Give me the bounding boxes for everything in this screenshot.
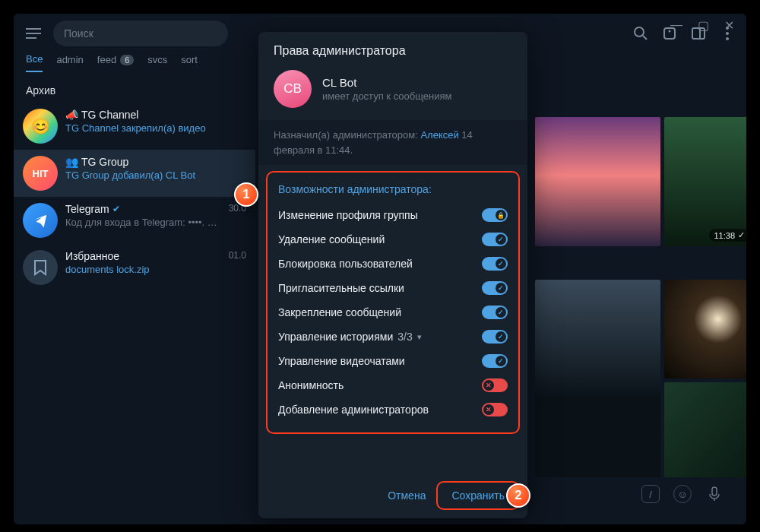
avatar <box>23 203 58 238</box>
toggle[interactable]: ✓ <box>482 281 508 295</box>
avatar: 😊 <box>23 109 58 144</box>
media-thumb[interactable]: 11:38✓ <box>664 117 746 246</box>
svg-point-0 <box>635 27 644 36</box>
media-thumb[interactable] <box>535 117 660 246</box>
svg-point-6 <box>726 37 729 40</box>
perm-manage-stories[interactable]: Управление историями 3/3 ▾ ✓ <box>275 325 511 349</box>
cancel-button[interactable]: Отмена <box>377 483 436 508</box>
window-controls: — ▢ ✕ <box>658 14 746 37</box>
chat-title: 📣 TG Channel <box>65 109 246 121</box>
emoji-icon[interactable]: ☺ <box>673 485 692 503</box>
chat-subtitle: TG Group добавил(а) CL Bot <box>65 169 246 181</box>
toggle[interactable]: ✓ <box>482 306 508 319</box>
chat-title: Избранное <box>65 250 221 262</box>
profile-avatar: CB <box>274 70 312 108</box>
maximize-button[interactable]: ▢ <box>698 18 709 33</box>
chat-title: Telegram ✔ <box>65 203 221 215</box>
annotation-callout-2: 2 <box>506 483 530 508</box>
chat-list: 😊 📣 TG Channel TG Channel закрепил(а) ви… <box>14 103 255 291</box>
chat-title: 👥 TG Group <box>65 156 246 168</box>
toggle[interactable]: ✓ <box>482 354 508 368</box>
chat-time: 01.0 <box>229 250 246 261</box>
chat-subtitle: TG Channel закрепил(а) видео <box>65 122 246 134</box>
tab-sort[interactable]: sort <box>181 54 198 71</box>
toggle[interactable]: ✓ <box>482 330 508 344</box>
app-window: — ▢ ✕ Поиск Все admin feed6 svcs sort Ар… <box>14 14 746 524</box>
chat-item[interactable]: Telegram ✔ Код для входа в Telegram: •••… <box>14 197 255 244</box>
tab-admin[interactable]: admin <box>56 54 83 71</box>
appointed-by-link[interactable]: Алексей <box>420 129 458 141</box>
perm-add-admins[interactable]: Добавление администраторов ✕ <box>275 397 511 422</box>
media-thumb[interactable] <box>664 382 746 477</box>
save-button[interactable]: Сохранить <box>441 483 515 508</box>
perm-ban-users[interactable]: Блокировка пользователей ✓ <box>275 252 511 276</box>
message-input-bar: / ☺ <box>535 479 730 509</box>
chat-item[interactable]: HIT 👥 TG Group TG Group добавил(а) CL Bo… <box>14 150 255 197</box>
perm-manage-videochats[interactable]: Управление видеочатами ✓ <box>275 349 511 373</box>
search-placeholder: Поиск <box>64 27 93 40</box>
chevron-down-icon: ▾ <box>417 332 422 342</box>
toggle[interactable]: ✕ <box>482 403 508 416</box>
search-icon[interactable] <box>631 24 651 43</box>
toggle[interactable]: ✓ <box>482 233 508 246</box>
modal-profile: CB CL Bot имеет доступ к сообщениям <box>258 67 527 120</box>
command-icon[interactable]: / <box>641 485 660 503</box>
perm-invite-links[interactable]: Пригласительные ссылки ✓ <box>275 276 511 300</box>
profile-name: CL Bot <box>322 76 451 89</box>
appointed-by-text: Назначил(а) администратором: Алексей 14 … <box>258 120 527 165</box>
hamburger-menu-icon[interactable] <box>23 23 44 44</box>
chat-item[interactable]: Избранное documents lock.zip 01.0 <box>14 244 255 291</box>
avatar: HIT <box>23 156 58 191</box>
profile-status: имеет доступ к сообщениям <box>322 90 451 102</box>
modal-actions: Отмена Сохранить <box>258 476 527 518</box>
tab-all[interactable]: Все <box>26 53 43 72</box>
chat-subtitle: Код для входа в Telegram: ••••. Не д <box>65 217 221 228</box>
verified-icon: ✔ <box>112 204 120 214</box>
media-time-badge: 11:38✓ <box>709 229 746 242</box>
chat-subtitle: documents lock.zip <box>65 264 221 275</box>
search-input[interactable]: Поиск <box>53 21 228 46</box>
permissions-header: Возможности администратора: <box>275 182 511 203</box>
modal-title: Права администратора <box>258 32 527 67</box>
perm-pin-messages[interactable]: Закрепление сообщений ✓ <box>275 300 511 325</box>
toggle[interactable]: ✕ <box>482 378 508 392</box>
voice-message-icon[interactable] <box>705 485 724 503</box>
tab-svcs[interactable]: svcs <box>147 54 167 71</box>
perm-anonymous[interactable]: Анонимность ✕ <box>275 373 511 397</box>
close-button[interactable]: ✕ <box>724 18 734 33</box>
perm-delete-messages[interactable]: Удаление сообщений ✓ <box>275 227 511 252</box>
media-thumb[interactable] <box>535 280 660 477</box>
annotation-callout-1: 1 <box>234 182 258 207</box>
toggle[interactable]: 🔒 <box>482 208 508 222</box>
tab-feed-badge: 6 <box>120 55 134 65</box>
admin-rights-modal: Права администратора CB CL Bot имеет дос… <box>258 32 527 518</box>
tab-feed[interactable]: feed6 <box>97 54 134 71</box>
chat-item[interactable]: 😊 📣 TG Channel TG Channel закрепил(а) ви… <box>14 103 255 150</box>
avatar <box>23 250 58 285</box>
lock-icon: 🔒 <box>497 212 505 219</box>
permissions-section: Возможности администратора: Изменение пр… <box>266 171 520 434</box>
minimize-button[interactable]: — <box>670 18 682 33</box>
media-thumb[interactable] <box>664 280 746 378</box>
toggle[interactable]: ✓ <box>482 257 508 271</box>
perm-change-profile[interactable]: Изменение профиля группы 🔒 <box>275 203 511 227</box>
svg-rect-7 <box>712 487 717 496</box>
